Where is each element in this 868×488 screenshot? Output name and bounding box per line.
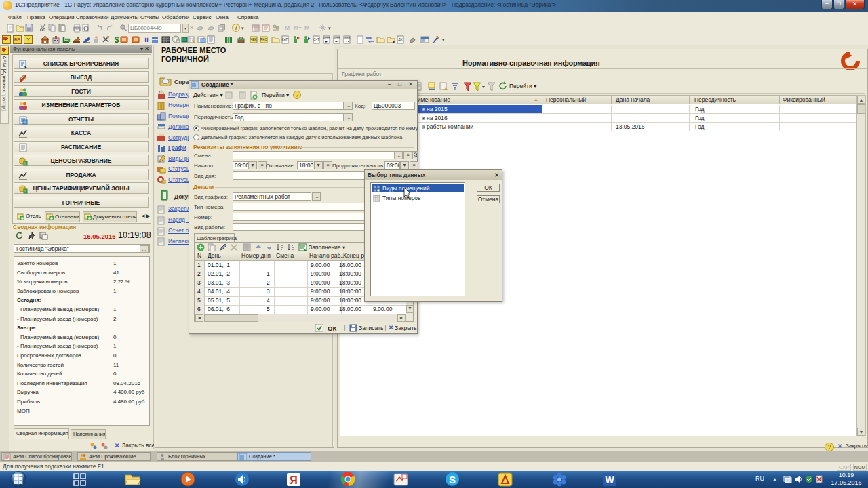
- svg-text:ИНВ: ИНВ: [334, 37, 340, 40]
- svg-text:У: У: [26, 37, 30, 42]
- svg-text:$: $: [115, 35, 119, 44]
- svg-text:СчТ: СчТ: [313, 37, 319, 41]
- svg-text:КнП: КнП: [282, 37, 289, 41]
- svg-text:ББ: ББ: [14, 37, 21, 42]
- svg-text:ИНВ: ИНВ: [323, 37, 330, 40]
- svg-text:РКО: РКО: [260, 37, 267, 41]
- svg-text:W: W: [605, 474, 614, 485]
- svg-text:ii: ii: [144, 36, 149, 43]
- svg-text:ДК: ДК: [398, 37, 402, 41]
- svg-text:S: S: [449, 474, 456, 485]
- svg-text:ИНВ: ИНВ: [344, 37, 351, 40]
- svg-text:Я: Я: [290, 474, 298, 486]
- svg-text:ЧЕК: ЧЕК: [250, 37, 257, 41]
